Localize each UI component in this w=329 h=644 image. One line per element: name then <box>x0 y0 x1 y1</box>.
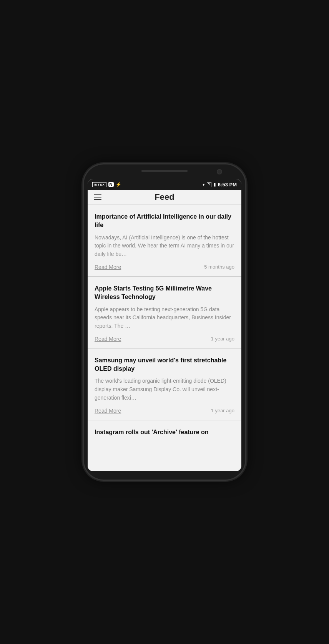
app-content: Feed Importance of Artificial Intelligen… <box>88 190 241 471</box>
phone-frame: INTEX N ⚡ ▾ ? ▮ 6:53 PM Feed <box>84 164 245 480</box>
feed-item-title-3: Samsung may unveil world's first stretch… <box>95 356 234 373</box>
status-bar: INTEX N ⚡ ▾ ? ▮ 6:53 PM <box>88 179 241 190</box>
battery-icon: ▮ <box>213 182 216 187</box>
hamburger-line-1 <box>94 194 101 195</box>
feed-item-4: Instagram rolls out 'Archive' feature on <box>88 420 241 446</box>
read-more-button-1[interactable]: Read More <box>95 264 121 270</box>
feed-item-title-1: Importance of Artificial Intelligence in… <box>95 212 234 230</box>
top-nav: Feed <box>88 190 241 205</box>
hamburger-line-3 <box>94 199 101 200</box>
screen: INTEX N ⚡ ▾ ? ▮ 6:53 PM Feed <box>88 179 241 471</box>
wifi-icon: ▾ <box>203 182 205 187</box>
feed-item-excerpt-2: Apple appears to be testing next-generat… <box>95 305 234 330</box>
usb-icon: ⚡ <box>116 182 121 187</box>
page-title: Feed <box>155 192 174 202</box>
feed-item-time-2: 1 year ago <box>211 336 234 342</box>
feed-item-2: Apple Starts Testing 5G Millimetre Wave … <box>88 277 241 349</box>
hamburger-line-2 <box>94 197 101 198</box>
feed-item-time-3: 1 year ago <box>211 408 234 413</box>
time-display: 6:53 PM <box>218 182 237 188</box>
feed-item-excerpt-1: Nowadays, AI (Artificial Intelligence) i… <box>95 234 234 259</box>
feed-item-3: Samsung may unveil world's first stretch… <box>88 349 241 420</box>
feed-list[interactable]: Importance of Artificial Intelligence in… <box>88 205 241 471</box>
carrier-brand: INTEX <box>92 182 106 187</box>
feed-item-footer-2: Read More 1 year ago <box>95 336 234 342</box>
menu-button[interactable] <box>94 194 101 200</box>
feed-item-time-1: 5 months ago <box>204 264 234 270</box>
feed-item-1: Importance of Artificial Intelligence in… <box>88 205 241 277</box>
feed-item-excerpt-3: The world's leading organic light-emitti… <box>95 377 234 402</box>
n-icon: N <box>108 182 114 187</box>
feed-item-footer-1: Read More 5 months ago <box>95 264 234 270</box>
feed-item-title-2: Apple Starts Testing 5G Millimetre Wave … <box>95 284 234 302</box>
read-more-button-2[interactable]: Read More <box>95 336 121 342</box>
status-left: INTEX N ⚡ <box>92 182 121 187</box>
feed-item-title-4: Instagram rolls out 'Archive' feature on <box>95 428 234 437</box>
sim-icon: ? <box>207 182 211 187</box>
front-camera <box>217 169 222 174</box>
status-right: ▾ ? ▮ 6:53 PM <box>203 182 237 188</box>
feed-item-footer-3: Read More 1 year ago <box>95 408 234 414</box>
read-more-button-3[interactable]: Read More <box>95 408 121 414</box>
